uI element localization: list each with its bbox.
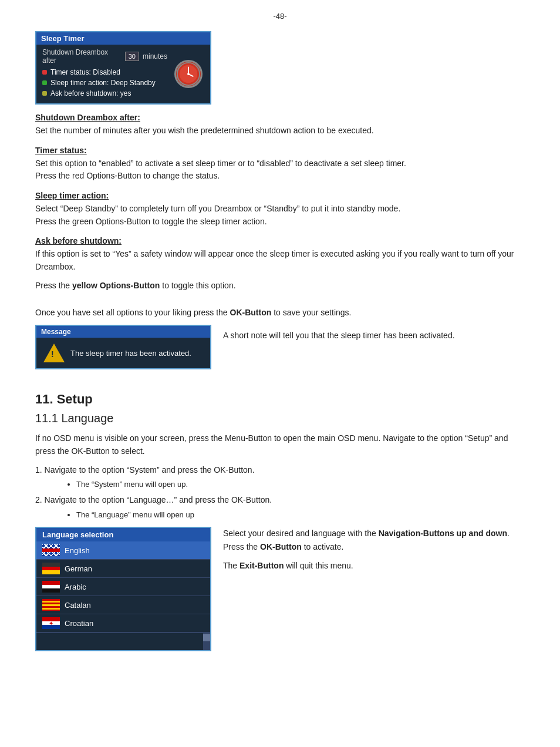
language-item-catalan: Catalan	[36, 596, 210, 614]
sleep-timer-title: Sleep Timer	[36, 32, 210, 45]
warning-icon	[43, 344, 65, 362]
language-screenshot-title: Language selection	[36, 528, 210, 541]
lang-name-croatian: Croatian	[65, 619, 93, 628]
flag-uk	[42, 544, 60, 556]
language-screenshot: Language selection English German Arabic…	[35, 527, 211, 651]
minutes-value: 30	[125, 52, 139, 61]
step2-sub: The “Language” menu will open up	[76, 509, 525, 521]
lang-name-english: English	[65, 546, 90, 555]
timer-status-dot	[42, 70, 47, 75]
sleep-action-text: Sleep timer action: Deep Standby	[50, 79, 156, 87]
step1-sub: The “System” menu will open up.	[76, 479, 525, 490]
language-description: Select your desired and language with th…	[223, 527, 525, 578]
ask-shutdown-dot	[42, 91, 47, 96]
section-shutdown-heading: Shutdown Dreambox after:	[35, 113, 525, 122]
language-item-croatian: Croatian	[36, 614, 210, 632]
lang-name-arabic: Arabic	[65, 583, 86, 591]
step1-text: 1. Navigate to the option “System” and p…	[35, 465, 255, 475]
flag-de	[42, 563, 60, 574]
message-title: Message	[36, 326, 210, 338]
section-sleep-action-heading: Sleep timer action:	[35, 191, 525, 200]
shutdown-label: Shutdown Dreambox after	[42, 48, 122, 65]
list-item: 1. Navigate to the option “System” and p…	[35, 464, 525, 491]
ok-note: Once you have set all options to your li…	[35, 307, 525, 319]
step2-text: 2. Navigate to the option “Language…” an…	[35, 495, 272, 504]
flag-hr	[42, 617, 60, 629]
flag-ca	[42, 599, 60, 611]
language-item-german: German	[36, 560, 210, 578]
message-screenshot: Message The sleep timer has been activat…	[35, 325, 211, 369]
language-list: English German Arabic Catalan Croatian	[36, 541, 210, 650]
svg-point-4	[187, 73, 190, 75]
section11-heading: 11. Setup	[35, 392, 525, 407]
yellow-note: Press the yellow Options-Button to toggl…	[35, 280, 525, 292]
section-timer-body: Set this option to “enabled” to activate…	[35, 157, 525, 183]
message-text: The sleep timer has been activated.	[70, 349, 191, 358]
section-ask-body: If this option is set to “Yes” a safety …	[35, 248, 525, 273]
section-shutdown-body: Set the number of minutes after you wish…	[35, 124, 525, 137]
clock-icon	[174, 60, 203, 88]
timer-status-text: Timer status: Disabled	[50, 68, 120, 76]
section-sleep-action-body: Select “Deep Standby” to completely turn…	[35, 203, 525, 228]
sleep-timer-screenshot: Sleep Timer Shutdown Dreambox after 30 m…	[35, 31, 211, 105]
ask-shutdown-text: Ask before shutdown: yes	[50, 89, 131, 97]
lang-desc-line2: The Exit-Button will quit this menu.	[223, 559, 525, 572]
page-number: -48-	[35, 12, 525, 21]
minutes-unit: minutes	[143, 52, 167, 60]
sleep-action-dot	[42, 80, 47, 85]
language-item-arabic: Arabic	[36, 578, 210, 596]
lang-desc-line1: Select your desired and language with th…	[223, 527, 525, 553]
intro-text: If no OSD menu is visible on your screen…	[35, 432, 525, 457]
lang-name-german: German	[65, 564, 92, 573]
list-item: 2. Navigate to the option “Language…” an…	[35, 494, 525, 521]
section11-1-heading: 11.1 Language	[35, 412, 525, 425]
language-area: Language selection English German Arabic…	[35, 527, 525, 651]
message-note: A short note will tell you that the slee…	[223, 331, 455, 340]
flag-ar	[42, 581, 60, 593]
language-item-english: English	[36, 541, 210, 560]
instructions-list: 1. Navigate to the option “System” and p…	[35, 464, 525, 521]
lang-name-catalan: Catalan	[65, 601, 91, 610]
section-ask-heading: Ask before shutdown:	[35, 236, 525, 245]
section-timer-heading: Timer status:	[35, 146, 525, 155]
